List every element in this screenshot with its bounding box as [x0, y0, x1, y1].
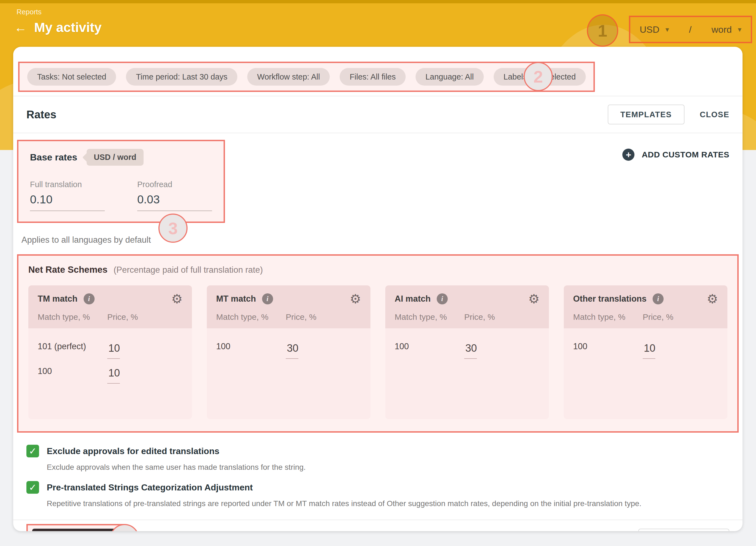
tm-match-title: TM match	[38, 294, 78, 304]
checkbox-checked-icon[interactable]: ✓	[26, 445, 39, 457]
match-type-value: 100	[38, 366, 107, 379]
add-custom-rates-label: ADD CUSTOM RATES	[642, 150, 729, 159]
info-icon[interactable]: i	[653, 294, 664, 305]
rate-row: 101 (perfect) 10	[38, 342, 183, 354]
other-translations-title: Other translations	[573, 294, 647, 304]
net-rate-schemes-title: Net Rate Schemes	[28, 264, 108, 275]
chevron-down-icon[interactable]: ▾	[738, 25, 741, 34]
annotation-circle-3: 3	[158, 213, 188, 243]
info-icon[interactable]: i	[437, 294, 448, 305]
match-type-column-label: Match type, %	[573, 312, 643, 322]
price-input[interactable]: 10	[643, 342, 655, 359]
base-rates-currency-badge: USD / word	[87, 149, 144, 166]
net-rate-schemes-subtitle: (Percentage paid of full translation rat…	[114, 265, 263, 275]
full-translation-label: Full translation	[30, 180, 105, 189]
filter-chip-tasks[interactable]: Tasks: Not selected	[27, 68, 116, 86]
rates-title: Rates	[26, 108, 56, 121]
filter-chip-period[interactable]: Time period: Last 30 days	[126, 68, 237, 86]
rates-header-row: Rates TEMPLATES CLOSE	[13, 96, 743, 133]
ai-match-title: AI match	[395, 294, 431, 304]
rate-row: 100 30	[395, 342, 540, 354]
proofread-field: Proofread 0.03	[137, 180, 212, 211]
checkbox-row[interactable]: ✓ Pre-translated Strings Categorization …	[26, 481, 729, 494]
scheme-cards-row: TM match i ⚙ Match type, % Price, % 101 …	[28, 286, 727, 419]
info-icon[interactable]: i	[262, 294, 273, 305]
gear-icon[interactable]: ⚙	[350, 293, 361, 305]
rates-panel: Tasks: Not selected Time period: Last 30…	[13, 47, 743, 531]
match-type-column-label: Match type, %	[216, 312, 286, 322]
price-column-label: Price, %	[643, 312, 673, 322]
checkbox-checked-icon[interactable]: ✓	[26, 481, 39, 494]
proofread-label: Proofread	[137, 180, 212, 189]
option-description: Repetitive translations of pre-translate…	[47, 499, 729, 508]
price-input[interactable]: 10	[107, 342, 120, 359]
chevron-down-icon[interactable]: ▾	[666, 25, 669, 34]
price-input[interactable]: 30	[286, 342, 298, 359]
price-input[interactable]: 10	[107, 367, 120, 384]
match-type-column-label: Match type, %	[38, 312, 107, 322]
option-exclude-approvals: ✓ Exclude approvals for edited translati…	[26, 445, 729, 472]
base-rates-annotation-box: Base rates USD / word Full translation 0…	[17, 140, 225, 223]
currency-select[interactable]: USD ▾	[640, 24, 669, 35]
match-type-value: 100	[216, 342, 286, 354]
filter-chip-language[interactable]: Language: All	[416, 68, 484, 86]
rate-row: 100 30	[216, 342, 361, 354]
price-column-label: Price, %	[286, 312, 317, 322]
filters-annotation-box: Tasks: Not selected Time period: Last 30…	[18, 62, 595, 92]
option-description: Exclude approvals when the same user has…	[47, 463, 729, 472]
option-label: Pre-translated Strings Categorization Ad…	[47, 482, 253, 493]
base-rates-note: Applies to all languages by default	[21, 235, 743, 245]
annotation-circle-2: 2	[524, 62, 553, 91]
full-translation-input[interactable]: 0.10	[30, 193, 105, 211]
net-rate-schemes-annotation-box: Net Rate Schemes (Percentage paid of ful…	[17, 254, 739, 433]
base-rates-title: Base rates	[30, 152, 77, 163]
currency-unit-selector-annotation-box: USD ▾ / word ▾	[629, 16, 752, 43]
filter-chip-workflow[interactable]: Workflow step: All	[247, 68, 330, 86]
option-pretranslated-adjustment: ✓ Pre-translated Strings Categorization …	[26, 481, 729, 508]
generate-annotation-box: GENERATE ↓	[26, 524, 124, 531]
unit-select[interactable]: word ▾	[711, 24, 741, 35]
report-options: ✓ Exclude approvals for edited translati…	[13, 433, 743, 508]
plus-icon: +	[622, 149, 634, 161]
info-icon[interactable]: i	[84, 294, 95, 305]
match-type-column-label: Match type, %	[395, 312, 464, 322]
price-column-label: Price, %	[464, 312, 495, 322]
close-button[interactable]: CLOSE	[700, 110, 729, 119]
update-rates-button[interactable]: UPDATE RATES	[638, 529, 729, 531]
scheme-card-tm-match: TM match i ⚙ Match type, % Price, % 101 …	[28, 286, 192, 419]
scheme-card-mt-match: MT match i ⚙ Match type, % Price, % 100 …	[207, 286, 370, 419]
base-rates-section: Base rates USD / word Full translation 0…	[13, 133, 743, 245]
currency-unit-separator: /	[669, 24, 711, 35]
annotation-circle-1: 1	[587, 14, 618, 47]
add-custom-rates-button[interactable]: + ADD CUSTOM RATES	[622, 149, 729, 161]
match-type-value: 101 (perfect)	[38, 342, 107, 354]
back-arrow-icon[interactable]: ←	[14, 21, 27, 34]
match-type-value: 100	[395, 342, 464, 354]
rate-row: 100 10	[573, 342, 718, 354]
generate-button[interactable]: GENERATE ↓	[32, 529, 118, 531]
gear-icon[interactable]: ⚙	[707, 293, 718, 305]
scheme-card-other-translations: Other translations i ⚙ Match type, % Pri…	[564, 286, 727, 419]
rate-row: 100 10	[38, 366, 183, 379]
panel-footer: GENERATE ↓ 4 UPDATE RATES	[13, 520, 743, 531]
price-column-label: Price, %	[107, 312, 138, 322]
currency-value: USD	[640, 24, 659, 35]
page-title-row: ← My activity	[14, 20, 101, 35]
filter-chip-files[interactable]: Files: All files	[340, 68, 406, 86]
full-translation-field: Full translation 0.10	[30, 180, 105, 211]
checkbox-row[interactable]: ✓ Exclude approvals for edited translati…	[26, 445, 729, 457]
unit-value: word	[711, 24, 732, 35]
match-type-value: 100	[573, 342, 643, 354]
scheme-card-ai-match: AI match i ⚙ Match type, % Price, % 100 …	[385, 286, 549, 419]
gear-icon[interactable]: ⚙	[171, 293, 183, 305]
breadcrumb[interactable]: Reports	[17, 8, 42, 16]
price-input[interactable]: 30	[464, 342, 477, 359]
templates-button[interactable]: TEMPLATES	[608, 105, 684, 124]
mt-match-title: MT match	[216, 294, 256, 304]
page-title: My activity	[34, 20, 101, 35]
gear-icon[interactable]: ⚙	[528, 293, 540, 305]
top-strip	[0, 0, 756, 3]
option-label: Exclude approvals for edited translation…	[47, 446, 219, 456]
proofread-input[interactable]: 0.03	[137, 193, 212, 211]
